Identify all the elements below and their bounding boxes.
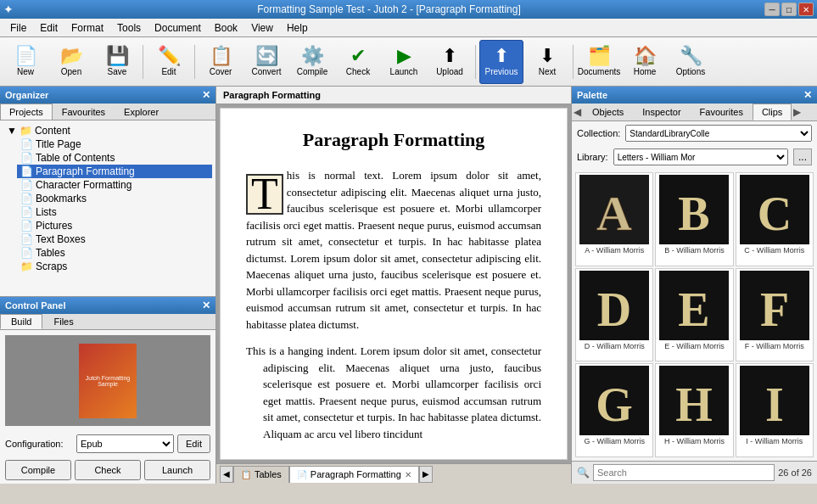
tree-item-label: Pictures <box>36 220 72 232</box>
menu-book[interactable]: Book <box>208 20 244 36</box>
clip-item-g[interactable]: G G - William Morris <box>575 363 653 457</box>
files-tab[interactable]: Files <box>42 314 84 329</box>
tree-item-pictures[interactable]: 📄 Pictures <box>17 219 212 232</box>
tree-item-toc[interactable]: 📄 Table of Contents <box>17 151 212 165</box>
palette-nav-prev[interactable]: ◀ <box>572 104 583 120</box>
save-label: Save <box>108 67 127 76</box>
tree-item-textboxes[interactable]: 📄 Text Boxes <box>17 232 212 246</box>
tree-root-label: Content <box>35 125 70 137</box>
tab-projects[interactable]: Projects <box>0 104 53 120</box>
tree-root-item[interactable]: ▼ 📁 Content <box>3 124 212 137</box>
next-button[interactable]: ⬇ Next <box>525 40 569 84</box>
save-button[interactable]: 💾 Save <box>95 40 139 84</box>
tree-area: ▼ 📁 Content 📄 Title Page 📄 Table of Cont… <box>0 120 215 296</box>
tree-item-lists[interactable]: 📄 Lists <box>17 205 212 219</box>
cover-button[interactable]: 📋 Cover <box>199 40 243 84</box>
check-action-button[interactable]: Check <box>75 460 141 480</box>
svg-text:B: B <box>679 188 710 240</box>
compile-button[interactable]: ⚙️ Compile <box>290 40 334 84</box>
menu-format[interactable]: Format <box>64 20 110 36</box>
config-select[interactable]: Epub Mobi PDF <box>76 434 174 453</box>
palette-nav-next[interactable]: ▶ <box>792 104 803 120</box>
upload-icon: ⬆ <box>442 47 457 65</box>
menu-tools[interactable]: Tools <box>110 20 148 36</box>
clip-item-a[interactable]: A A A - William Morris <box>575 172 653 266</box>
clip-item-b[interactable]: B B - William Morris <box>655 172 733 266</box>
edit-icon: ✏️ <box>158 47 181 65</box>
edit-button[interactable]: ✏️ Edit <box>147 40 191 84</box>
tree-item-para-formatting[interactable]: 📄 Paragraph Formatting <box>17 165 212 178</box>
clip-item-c[interactable]: C C - William Morris <box>736 172 814 266</box>
tree-item-bookmarks[interactable]: 📄 Bookmarks <box>17 192 212 205</box>
convert-button[interactable]: 🔄 Convert <box>244 40 288 84</box>
new-button[interactable]: 📄 New <box>3 40 48 84</box>
tree-item-title-page[interactable]: 📄 Title Page <box>17 137 212 151</box>
organizer-close-button[interactable]: ✕ <box>202 89 210 101</box>
tab-favourites[interactable]: Favourites <box>53 104 115 120</box>
book-cover: Jutoh Formatting Sample <box>78 343 137 419</box>
maximize-button[interactable]: □ <box>781 3 797 16</box>
library-label: Library: <box>577 152 608 162</box>
window-title: Formatting Sample Test - Jutoh 2 - [Para… <box>14 3 764 15</box>
config-edit-button[interactable]: Edit <box>177 434 210 453</box>
clip-item-h[interactable]: H H - William Morris <box>655 363 733 457</box>
menu-file[interactable]: File <box>3 20 33 36</box>
folder-icon: 📁 <box>20 125 32 137</box>
build-tab[interactable]: Build <box>0 314 42 329</box>
launch-action-button[interactable]: Launch <box>144 460 210 480</box>
clip-item-d[interactable]: D D - William Morris <box>575 268 653 362</box>
svg-text:C: C <box>758 188 792 240</box>
home-button[interactable]: 🏠 Home <box>623 40 667 84</box>
page-count: 26 of 26 <box>778 468 812 478</box>
palette-tab-objects[interactable]: Objects <box>583 104 633 120</box>
documents-button[interactable]: 🗂️ Documents <box>577 40 621 84</box>
tree-item-scraps[interactable]: 📁 Scraps <box>17 260 212 273</box>
tree-item-label: Paragraph Formatting <box>36 165 135 177</box>
options-button[interactable]: 🔧 Options <box>669 40 713 84</box>
control-panel-close-button[interactable]: ✕ <box>202 300 210 311</box>
menu-help[interactable]: Help <box>280 20 315 36</box>
more-button[interactable]: ... <box>793 148 812 165</box>
svg-text:F: F <box>760 283 789 336</box>
clip-item-e[interactable]: E E - William Morris <box>655 268 733 362</box>
library-select[interactable]: Letters - William Mor <box>613 148 788 165</box>
left-panel: Organizer ✕ Projects Favourites Explorer… <box>0 87 216 484</box>
palette-tab-favourites[interactable]: Favourites <box>691 104 753 120</box>
tab-scroll-left-button[interactable]: ◀ <box>220 466 233 483</box>
tab-scroll-right-button[interactable]: ▶ <box>419 466 433 483</box>
palette-tab-clips[interactable]: Clips <box>753 104 792 120</box>
clip-item-i[interactable]: I I - William Morris <box>736 363 814 457</box>
compile-action-button[interactable]: Compile <box>5 460 71 480</box>
organizer: Organizer ✕ Projects Favourites Explorer… <box>0 87 215 297</box>
menu-view[interactable]: View <box>244 20 280 36</box>
tab-tables[interactable]: 📋 Tables <box>233 466 289 483</box>
tab-explorer[interactable]: Explorer <box>115 104 168 120</box>
svg-text:E: E <box>679 283 710 336</box>
search-input[interactable] <box>593 464 775 481</box>
para-tab-icon: 📄 <box>297 470 307 479</box>
palette-tab-inspector[interactable]: Inspector <box>633 104 690 120</box>
upload-button[interactable]: ⬆ Upload <box>428 40 472 84</box>
previous-button[interactable]: ⬆ Previous <box>479 40 523 84</box>
tab-paragraph-formatting[interactable]: 📄 Paragraph Formatting ✕ <box>289 466 419 483</box>
tree-item-tables[interactable]: 📄 Tables <box>17 246 212 260</box>
tree-item-char-formatting[interactable]: 📄 Character Formatting <box>17 178 212 192</box>
clip-item-f[interactable]: F F - William Morris <box>736 268 814 362</box>
tab-close-button[interactable]: ✕ <box>405 470 411 479</box>
minimize-button[interactable]: ─ <box>764 3 780 16</box>
check-button[interactable]: ✔ Check <box>336 40 380 84</box>
convert-label: Convert <box>251 67 281 76</box>
tables-tab-icon: 📋 <box>241 470 251 479</box>
launch-button[interactable]: ▶ Launch <box>382 40 426 84</box>
next-label: Next <box>539 67 557 76</box>
new-icon: 📄 <box>14 47 37 65</box>
open-button[interactable]: 📂 Open <box>49 40 93 84</box>
menu-document[interactable]: Document <box>148 20 208 36</box>
convert-icon: 🔄 <box>255 47 278 65</box>
tree-item-label: Text Boxes <box>36 233 86 245</box>
collection-select[interactable]: StandardLibraryColle <box>625 125 812 142</box>
palette-close-button[interactable]: ✕ <box>803 89 812 101</box>
doc-content[interactable]: Paragraph Formatting T his is normal tex… <box>220 108 568 460</box>
close-button[interactable]: ✕ <box>798 3 814 16</box>
menu-edit[interactable]: Edit <box>33 20 64 36</box>
